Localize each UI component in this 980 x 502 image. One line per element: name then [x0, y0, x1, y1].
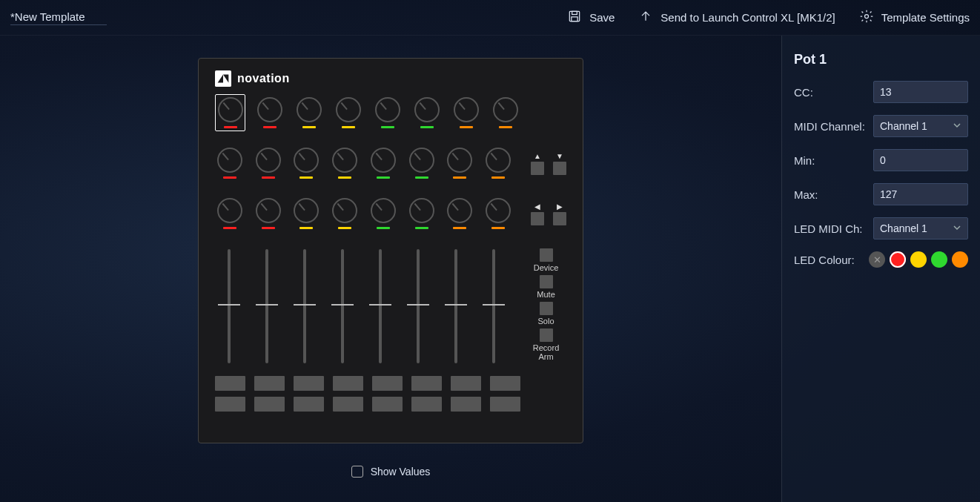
knob-2-7[interactable]	[446, 145, 475, 182]
min-label: Min:	[794, 154, 815, 167]
knob-3-2[interactable]	[254, 195, 283, 232]
knob-2-1[interactable]	[215, 145, 245, 182]
knob-1-7[interactable]	[451, 94, 481, 131]
pad-2-2[interactable]	[254, 397, 285, 412]
pad-2-4[interactable]	[333, 397, 363, 412]
knob-2-5[interactable]	[368, 145, 398, 182]
arrow-right-icon: ▶	[557, 202, 563, 211]
min-input[interactable]: 0	[873, 149, 968, 171]
led-colour-green[interactable]	[931, 251, 947, 268]
led-colour-red[interactable]	[890, 251, 906, 268]
arrow-up-icon: ▲	[534, 152, 541, 160]
mode-button-solo[interactable]	[540, 302, 553, 315]
knob-3-3[interactable]	[292, 195, 322, 232]
pad-2-1[interactable]	[215, 397, 245, 412]
pad-2-8[interactable]	[490, 397, 520, 412]
pad-1-1[interactable]	[215, 376, 245, 391]
pad-2-5[interactable]	[372, 397, 403, 412]
upload-icon	[638, 9, 653, 26]
fader-6[interactable]	[403, 245, 432, 367]
knob-2-6[interactable]	[407, 145, 437, 182]
knob-3-5[interactable]	[368, 195, 398, 232]
mode-button-device[interactable]	[540, 248, 553, 262]
fader-2[interactable]	[253, 245, 282, 367]
show-values-row: Show Values	[351, 466, 431, 478]
settings-button[interactable]: Template Settings	[859, 9, 970, 26]
pad-1-5[interactable]	[372, 376, 403, 391]
save-button[interactable]: Save	[567, 9, 615, 26]
fader-7[interactable]	[441, 245, 470, 367]
led-midi-select[interactable]: Channel 1	[873, 217, 968, 240]
pad-1-2[interactable]	[254, 376, 285, 391]
fader-3[interactable]	[291, 245, 320, 367]
mode-button-mute[interactable]	[540, 275, 553, 288]
midi-channel-label: MIDI Channel:	[794, 120, 865, 133]
mode-label-mute: Mute	[537, 290, 554, 299]
led-colour-orange[interactable]	[952, 251, 968, 268]
pad-1-7[interactable]	[451, 376, 481, 391]
device-panel: novation ▲▼◀▶ DeviceMuteSoloRecord Arm	[198, 58, 583, 443]
pad-1-6[interactable]	[411, 376, 442, 391]
topbar: *New Template Save Send to Launch Contro…	[0, 0, 980, 36]
svg-rect-2	[572, 17, 577, 22]
show-values-checkbox[interactable]	[351, 466, 363, 478]
knob-2-8[interactable]	[483, 145, 513, 182]
midi-channel-select[interactable]: Channel 1	[873, 115, 968, 137]
fader-4[interactable]	[328, 245, 357, 367]
svg-rect-1	[572, 11, 577, 14]
knob-1-4[interactable]	[333, 94, 363, 131]
knob-1-1[interactable]	[215, 94, 245, 131]
mode-label-solo: Solo	[538, 317, 554, 326]
pad-1-3[interactable]	[294, 376, 324, 391]
knob-1-2[interactable]	[254, 94, 285, 131]
knob-1-6[interactable]	[411, 94, 442, 131]
fader-1[interactable]	[215, 245, 244, 367]
nav-down-button[interactable]	[553, 162, 566, 175]
brand-logo: novation	[215, 70, 566, 87]
mode-button-record-arm[interactable]	[540, 328, 553, 342]
cc-input[interactable]: 13	[873, 81, 968, 103]
knob-3-6[interactable]	[407, 195, 437, 232]
nav-left-button[interactable]	[531, 212, 544, 225]
led-colour-swatches: ✕	[869, 251, 968, 268]
pad-2-6[interactable]	[411, 397, 442, 412]
chevron-down-icon	[953, 222, 961, 234]
knob-1-5[interactable]	[372, 94, 403, 131]
brand-text: novation	[237, 72, 290, 85]
knob-3-7[interactable]	[446, 195, 475, 232]
mode-label-record-arm: Record Arm	[526, 343, 566, 361]
settings-label: Template Settings	[881, 11, 970, 24]
max-input[interactable]: 127	[873, 183, 968, 205]
knob-2-4[interactable]	[330, 145, 360, 182]
knob-1-8[interactable]	[490, 94, 520, 131]
send-label: Send to Launch Control XL [MK1/2]	[660, 11, 835, 24]
led-colour-yellow[interactable]	[910, 251, 927, 268]
template-name-input[interactable]: *New Template	[10, 10, 107, 25]
pad-2-3[interactable]	[294, 397, 324, 412]
knob-2-3[interactable]	[292, 145, 322, 182]
led-colour-label: LED Colour:	[794, 254, 855, 266]
svg-point-3	[864, 15, 868, 19]
pad-2-7[interactable]	[451, 397, 481, 412]
led-midi-label: LED MIDI Ch:	[794, 222, 863, 235]
cc-label: CC:	[794, 86, 813, 99]
pad-1-8[interactable]	[490, 376, 520, 391]
knob-3-1[interactable]	[215, 195, 245, 232]
knob-3-4[interactable]	[330, 195, 360, 232]
knob-3-8[interactable]	[483, 195, 513, 232]
led-colour-none[interactable]: ✕	[869, 251, 885, 268]
gear-icon	[859, 9, 874, 26]
knob-2-2[interactable]	[254, 145, 283, 182]
save-icon	[567, 9, 582, 26]
knob-1-3[interactable]	[294, 94, 324, 131]
pad-1-4[interactable]	[333, 376, 363, 391]
send-button[interactable]: Send to Launch Control XL [MK1/2]	[638, 9, 835, 26]
sidebar-title: Pot 1	[794, 52, 968, 67]
fader-5[interactable]	[366, 245, 395, 367]
arrow-left-icon: ◀	[534, 202, 540, 211]
nav-right-button[interactable]	[553, 212, 566, 225]
nav-up-button[interactable]	[531, 162, 544, 175]
fader-8[interactable]	[479, 245, 508, 367]
arrow-down-icon: ▼	[556, 152, 563, 160]
properties-sidebar: Pot 1 CC: 13 MIDI Channel: Channel 1 Min…	[781, 36, 980, 502]
